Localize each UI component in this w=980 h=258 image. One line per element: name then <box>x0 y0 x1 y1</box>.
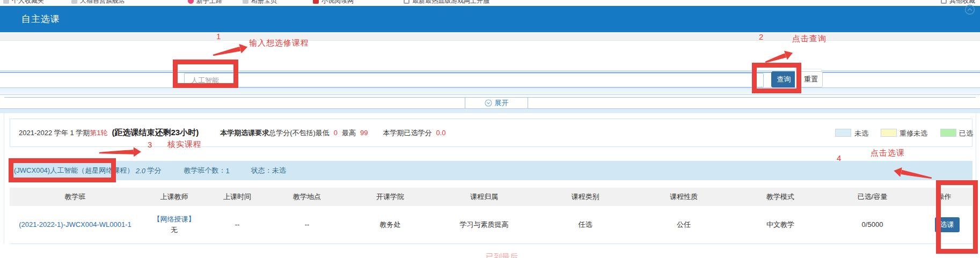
credit-requirement-detail: 总学分(不包括)最低 <box>269 128 330 138</box>
annotation-step3-number: 3 <box>148 141 152 149</box>
annotation-step2-text: 点击查询 <box>792 34 827 42</box>
bookmark-label: 其他收藏 <box>949 0 975 4</box>
capacity-cell: 0/5000 <box>829 206 916 244</box>
selection-countdown: (距选课结束还剩23小时) <box>112 128 199 138</box>
col-header-capacity: 已选/容量 <box>829 188 916 206</box>
panel-border-top-light <box>0 70 980 71</box>
page-title: 自主选课 <box>21 6 60 32</box>
max-credit-label: 最高 <box>342 128 356 138</box>
teaching-class-link[interactable]: (2021-2022-1)-JWCX004-WL0001-1 <box>19 220 131 228</box>
course-group-bar[interactable]: (JWCX004)人工智能（超星网络课程） 2.0 学分 教学班个数： 1 状态… <box>10 161 972 180</box>
annotation-step1-number: 1 <box>216 32 221 40</box>
legend-swatch-retake <box>881 129 897 137</box>
annotation-step2-arrow <box>764 48 794 67</box>
page: 个人收藏夹 天猫自营旗舰店 新手上路 相册宝贝 小说阅读网 最新最热血版游戏网上… <box>0 0 980 258</box>
legend-label-unselected: 未选 <box>854 129 868 138</box>
folder-icon <box>243 0 248 4</box>
legend-label-retake: 重修未选 <box>899 129 927 138</box>
teaching-class-table: 教学班 上课教师 上课时间 教学地点 开课学院 课程归属 课程类别 课程性质 教… <box>10 188 972 244</box>
reset-button[interactable]: 重置 <box>799 71 823 87</box>
annotation-step2-number: 2 <box>759 33 763 41</box>
app-header: 自主选课 <box>0 6 980 32</box>
course-credit-unit-label: 学分 <box>148 166 162 175</box>
annotation-step3-text: 核实课程 <box>167 140 202 148</box>
annotation-step4-number: 4 <box>837 154 841 162</box>
col-header-time: 上课时间 <box>208 188 267 206</box>
semester-round: 第1轮 <box>90 128 107 138</box>
bookmark-label: 最新最热血版游戏网上开服 <box>412 0 489 4</box>
time-cell: -- <box>208 206 267 244</box>
bookmark-label: 小说阅读网 <box>321 0 354 4</box>
bookmark-item[interactable]: 新手上路 <box>188 0 222 5</box>
search-panel-footer-bar <box>0 87 980 95</box>
table-row: (2021-2022-1)-JWCX004-WL0001-1 【网络授课】无 -… <box>10 206 972 244</box>
class-count-value: 1 <box>226 167 230 175</box>
phone-icon <box>941 0 947 4</box>
annotation-step1-text: 输入想选修课程 <box>249 39 309 47</box>
bookmark-label: 相册宝贝 <box>251 0 277 4</box>
table-header-row: 教学班 上课教师 上课时间 教学地点 开课学院 课程归属 课程类别 课程性质 教… <box>10 188 972 206</box>
results-top-bar <box>0 108 980 113</box>
bookmark-label: 新手上路 <box>196 0 222 4</box>
folder-icon <box>71 0 77 4</box>
annotation-step1-arrow <box>212 42 248 60</box>
bookmark-label: 个人收藏夹 <box>12 0 44 4</box>
mode-cell: 中文教学 <box>732 206 829 244</box>
category-cell: 任选 <box>535 206 635 244</box>
bookmark-item[interactable]: 相册宝贝 <box>243 0 277 5</box>
course-code-title: (JWCX004)人工智能（超星网络课程） <box>14 166 134 175</box>
course-search-input[interactable] <box>184 73 764 87</box>
bookmark-item[interactable]: 天猫自营旗舰店 <box>71 0 125 5</box>
page-icon <box>3 0 9 4</box>
selected-credit-label: 本学期已选学分 <box>383 128 432 138</box>
expand-toggle[interactable]: 展开 <box>465 97 528 109</box>
course-credit-value: 2.0 <box>136 167 145 175</box>
col-header-category: 课程类别 <box>535 188 635 206</box>
col-header-affiliation: 课程归属 <box>433 188 535 206</box>
nature-cell: 公任 <box>635 206 732 244</box>
select-course-button[interactable]: 选课 <box>935 217 960 232</box>
bookmark-item[interactable]: 最新最热血版游戏网上开服 <box>404 0 489 5</box>
col-header-teacher: 上课教师 <box>141 188 208 206</box>
col-header-nature: 课程性质 <box>635 188 732 206</box>
col-header-class: 教学班 <box>10 188 141 206</box>
legend-label-selected: 已选 <box>959 129 973 138</box>
teacher-cell: 【网络授课】无 <box>141 206 208 244</box>
query-button[interactable]: 查询 <box>771 71 796 87</box>
class-count-label: 教学班个数： <box>184 166 226 175</box>
min-credit-value: 0 <box>334 129 338 137</box>
teaching-method-tag: 【网络授课】 <box>153 215 195 223</box>
location-cell: -- <box>267 206 347 244</box>
end-of-list-text: 已到最后 <box>486 252 518 258</box>
course-status-value: 未选 <box>272 166 286 175</box>
expand-label: 展开 <box>495 98 509 108</box>
semester-info-box: 2021-2022 学年 1 学期 第1轮 (距选课结束还剩23小时) 本学期选… <box>10 119 972 147</box>
col-header-college: 开课学院 <box>347 188 433 206</box>
dot-icon <box>188 0 194 4</box>
header-substrip <box>0 32 980 41</box>
course-status-label: 状态： <box>251 166 272 175</box>
teacher-name: 无 <box>171 226 178 234</box>
col-header-mode: 教学模式 <box>732 188 829 206</box>
annotation-step3-arrow <box>99 147 141 158</box>
col-header-location: 教学地点 <box>267 188 347 206</box>
bookmark-item[interactable]: 小说阅读网 <box>313 0 354 5</box>
affiliation-cell: 学习与素质提高 <box>433 206 535 244</box>
book-icon <box>313 0 319 4</box>
globe-icon <box>404 0 409 4</box>
bookmark-label: 天猫自营旗舰店 <box>80 0 125 4</box>
max-credit-value: 99 <box>360 129 368 137</box>
credit-requirement-label: 本学期选课要求 <box>220 128 269 138</box>
semester-term: 2021-2022 学年 1 学期 <box>19 128 90 138</box>
chevron-up-circle-icon[interactable] <box>964 4 975 15</box>
selected-credit-value: 0.0 <box>436 129 446 137</box>
col-header-action: 操作 <box>916 188 972 206</box>
college-cell: 教务处 <box>347 206 433 244</box>
annotation-step4-text: 点击选课 <box>871 149 905 157</box>
legend-swatch-selected <box>940 129 956 137</box>
chevron-down-circle-icon <box>485 99 492 107</box>
legend-swatch-unselected <box>835 129 851 137</box>
browser-bookmarks-bar: 个人收藏夹 天猫自营旗舰店 新手上路 相册宝贝 小说阅读网 最新最热血版游戏网上… <box>0 0 980 6</box>
bookmark-item[interactable]: 个人收藏夹 <box>3 0 44 5</box>
